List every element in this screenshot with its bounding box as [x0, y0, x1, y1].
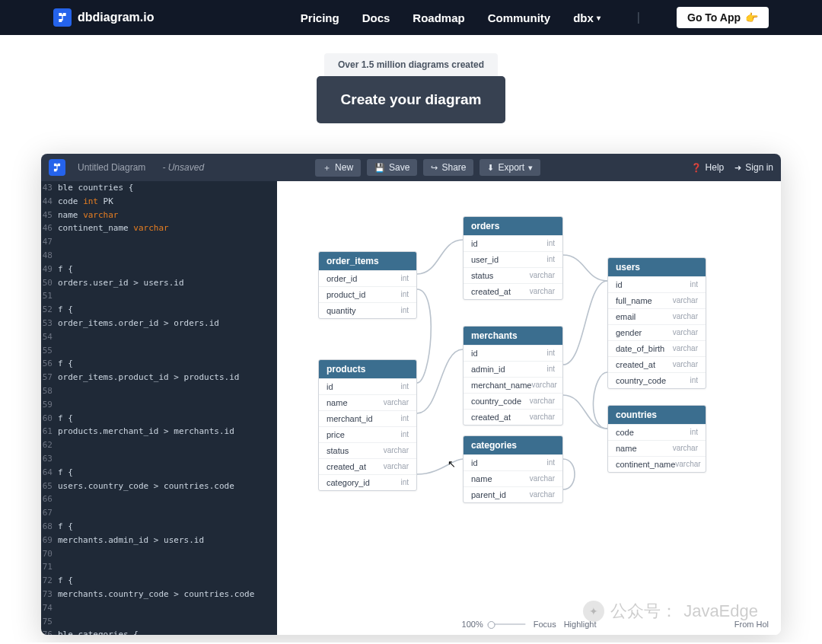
table-column[interactable]: country_codeint — [608, 372, 706, 388]
code-line[interactable]: 60f { — [41, 412, 277, 426]
code-line[interactable]: 61products.merchant_id > merchants.id — [41, 425, 277, 438]
table-column[interactable]: parent_idvarchar — [464, 486, 562, 502]
table-column[interactable]: date_of_birthvarchar — [608, 340, 706, 356]
table-column[interactable]: product_idint — [319, 286, 416, 302]
table-column[interactable]: full_namevarchar — [608, 292, 706, 308]
create-diagram-button[interactable]: Create your diagram — [317, 76, 506, 123]
code-line[interactable]: 74 — [41, 601, 277, 615]
table-column[interactable]: namevarchar — [464, 470, 562, 486]
app-logo-icon[interactable] — [49, 159, 65, 176]
table-column[interactable]: idint — [464, 345, 562, 361]
table-products[interactable]: productsidintnamevarcharmerchant_idintpr… — [318, 359, 417, 491]
code-line[interactable]: 48 — [41, 249, 277, 263]
table-column[interactable]: emailvarchar — [608, 308, 706, 324]
table-column[interactable]: idint — [319, 378, 416, 394]
code-line[interactable]: 57order_items.product_id > products.id — [41, 371, 277, 384]
table-column[interactable]: idint — [464, 454, 562, 470]
table-column[interactable]: continent_namevarchar — [608, 456, 706, 472]
table-column[interactable]: gendervarchar — [608, 324, 706, 340]
table-column[interactable]: created_atvarchar — [464, 409, 562, 425]
file-title[interactable]: Untitled Diagram — [72, 159, 151, 176]
table-categories[interactable]: categoriesidintnamevarcharparent_idvarch… — [463, 435, 563, 503]
code-line[interactable]: 47 — [41, 235, 277, 249]
save-button[interactable]: 💾Save — [367, 159, 417, 176]
nav-docs[interactable]: Docs — [362, 11, 390, 24]
table-column[interactable]: statusvarchar — [319, 442, 416, 458]
table-column[interactable]: idint — [608, 276, 706, 292]
brand[interactable]: dbdiagram.io — [53, 8, 154, 27]
table-column[interactable]: created_atvarchar — [319, 458, 416, 474]
code-line[interactable]: 64f { — [41, 466, 277, 480]
table-header[interactable]: products — [319, 360, 416, 378]
code-line[interactable]: 43ble countries { — [41, 181, 277, 195]
signin-button[interactable]: ➜Sign in — [734, 162, 773, 173]
table-column[interactable]: merchant_idint — [319, 410, 416, 426]
code-line[interactable]: 69merchants.admin_id > users.id — [41, 534, 277, 547]
table-column[interactable]: created_atvarchar — [608, 356, 706, 372]
table-order_items[interactable]: order_itemsorder_idintproduct_idintquant… — [318, 251, 417, 319]
code-line[interactable]: 68f { — [41, 520, 277, 534]
table-column[interactable]: idint — [464, 235, 562, 251]
table-merchants[interactable]: merchantsidintadmin_idintmerchant_nameva… — [463, 326, 563, 426]
table-column[interactable]: codeint — [608, 424, 706, 440]
zoom-control[interactable]: 100% — [462, 620, 526, 629]
share-button[interactable]: ↪Share — [423, 159, 473, 176]
code-line[interactable]: 45name varchar — [41, 209, 277, 222]
code-line[interactable]: 49f { — [41, 263, 277, 276]
go-to-app-button[interactable]: Go To App 👉 — [677, 7, 769, 28]
highlight-link[interactable]: Highlight — [564, 620, 597, 629]
nav-community[interactable]: Community — [488, 11, 551, 24]
code-line[interactable]: 65users.country_code > countries.code — [41, 480, 277, 493]
table-column[interactable]: admin_idint — [464, 361, 562, 377]
export-button[interactable]: ⬇Export▾ — [480, 159, 540, 176]
help-button[interactable]: ❓Help — [691, 162, 725, 173]
code-line[interactable]: 70 — [41, 547, 277, 561]
table-countries[interactable]: countriescodeintnamevarcharcontinent_nam… — [607, 405, 706, 473]
code-line[interactable]: 73merchants.country_code > countries.cod… — [41, 588, 277, 601]
table-header[interactable]: countries — [608, 406, 706, 424]
new-button[interactable]: ＋New — [315, 159, 361, 177]
table-column[interactable]: statusvarchar — [464, 267, 562, 283]
code-line[interactable]: 56f { — [41, 357, 277, 371]
code-line[interactable]: 59 — [41, 398, 277, 412]
table-column[interactable]: quantityint — [319, 302, 416, 318]
code-line[interactable]: 51 — [41, 289, 277, 303]
code-line[interactable]: 52f { — [41, 303, 277, 317]
nav-pricing[interactable]: Pricing — [301, 11, 339, 24]
code-line[interactable]: 67 — [41, 506, 277, 520]
code-line[interactable]: 72f { — [41, 574, 277, 588]
code-line[interactable]: 75 — [41, 615, 277, 629]
table-column[interactable]: priceint — [319, 426, 416, 442]
table-orders[interactable]: ordersidintuser_idintstatusvarcharcreate… — [463, 216, 563, 300]
code-line[interactable]: 53order_items.order_id > orders.id — [41, 317, 277, 330]
code-line[interactable]: 44code int PK — [41, 195, 277, 209]
table-column[interactable]: created_atvarchar — [464, 283, 562, 299]
code-line[interactable]: 76ble categories { — [41, 628, 277, 635]
table-column[interactable]: namevarchar — [319, 394, 416, 410]
table-column[interactable]: user_idint — [464, 251, 562, 267]
nav-roadmap[interactable]: Roadmap — [413, 11, 464, 24]
table-column[interactable]: category_idint — [319, 474, 416, 490]
focus-link[interactable]: Focus — [534, 620, 556, 629]
code-line[interactable]: 63 — [41, 452, 277, 466]
code-line[interactable]: 66 — [41, 493, 277, 506]
table-column[interactable]: country_codevarchar — [464, 393, 562, 409]
table-header[interactable]: users — [608, 258, 706, 276]
diagram-canvas[interactable]: categories ↖ 100% Focus Highlight From H… — [277, 181, 781, 635]
table-header[interactable]: order_items — [319, 252, 416, 270]
table-column[interactable]: merchant_namevarchar — [464, 377, 562, 393]
table-header[interactable]: orders — [464, 217, 562, 235]
code-editor[interactable]: 43ble countries {44code int PK45name var… — [41, 181, 277, 635]
table-header[interactable]: categories — [464, 436, 562, 454]
table-column[interactable]: order_idint — [319, 270, 416, 286]
code-line[interactable]: 62 — [41, 438, 277, 452]
table-users[interactable]: usersidintfull_namevarcharemailvarcharge… — [607, 257, 706, 389]
code-line[interactable]: 54 — [41, 330, 277, 344]
code-line[interactable]: 55 — [41, 344, 277, 358]
table-header[interactable]: merchants — [464, 327, 562, 345]
code-line[interactable]: 50orders.user_id > users.id — [41, 276, 277, 290]
table-column[interactable]: namevarchar — [608, 440, 706, 456]
code-line[interactable]: 58 — [41, 384, 277, 398]
code-line[interactable]: 46continent_name varchar — [41, 222, 277, 235]
code-line[interactable]: 71 — [41, 560, 277, 574]
